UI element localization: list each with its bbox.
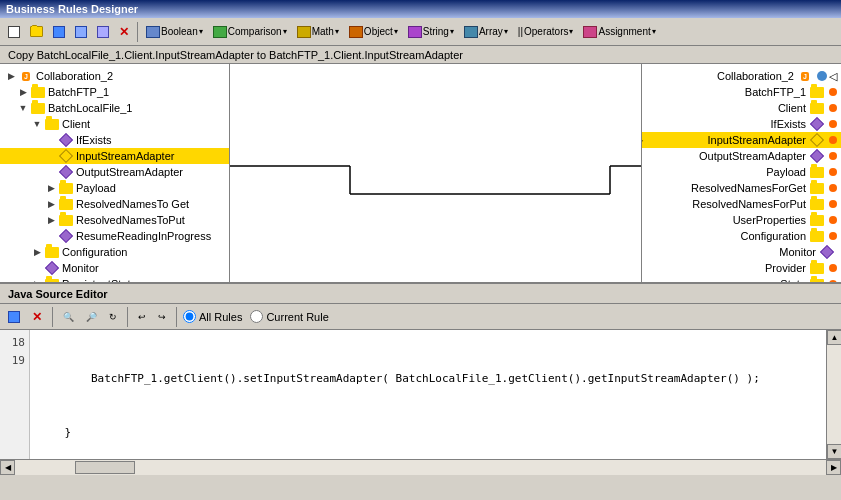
undo-icon: ↩ [138, 312, 146, 322]
r-tree-outputstream[interactable]: OutputStreamAdapter [642, 148, 841, 164]
radio-allrules-label[interactable]: All Rules [183, 310, 242, 323]
tree-item-config[interactable]: ▶ Configuration [0, 244, 229, 260]
expand-batchftp1[interactable]: ▶ [16, 87, 30, 97]
editor-undo-button[interactable]: ↩ [134, 306, 150, 328]
tree-item-monitor[interactable]: Monitor [0, 260, 229, 276]
tree-item-inputstream[interactable]: InputStreamAdapter [0, 148, 229, 164]
editor-save-button[interactable] [4, 306, 24, 328]
r-tree-resolvedget[interactable]: ResolvedNamesForGet [642, 180, 841, 196]
radio-currentrule-text: Current Rule [266, 311, 328, 323]
string-chevron-icon: ▾ [450, 27, 454, 36]
tree-item-payload[interactable]: ▶ Payload [0, 180, 229, 196]
hscroll-track[interactable] [15, 460, 826, 475]
code-editor[interactable]: BatchFTP_1.getClient().setInputStreamAda… [30, 330, 826, 459]
r-tree-payload[interactable]: Payload [642, 164, 841, 180]
scroll-track[interactable] [827, 345, 841, 444]
tree-item-persistentstate[interactable]: ▶ PersistentState [0, 276, 229, 282]
scroll-up-button[interactable]: ▲ [827, 330, 841, 345]
editor-close-button[interactable]: ✕ [28, 306, 46, 328]
scroll-left-button[interactable]: ◀ [0, 460, 15, 475]
save-button[interactable] [49, 21, 69, 43]
tree-item-client[interactable]: ▼ Client [0, 116, 229, 132]
redo-icon: ↪ [158, 312, 166, 322]
expand-resolvedput[interactable]: ▶ [44, 215, 58, 225]
folder-icon-batchlocal1 [30, 101, 46, 115]
horizontal-scrollbar[interactable]: ◀ ▶ [0, 459, 841, 474]
expand-payload[interactable]: ▶ [44, 183, 58, 193]
math-dropdown[interactable]: Math ▾ [293, 21, 343, 43]
new-button[interactable] [4, 21, 24, 43]
string-dropdown[interactable]: String ▾ [404, 21, 458, 43]
operators-label: Operators [524, 26, 568, 37]
r-tree-provider[interactable]: Provider [642, 260, 841, 276]
operators-dropdown[interactable]: || Operators ▾ [514, 21, 578, 43]
array-dropdown[interactable]: Array ▾ [460, 21, 512, 43]
r-java-icon-collab2: J [797, 69, 813, 83]
r-label-userprops: UserProperties [733, 214, 806, 226]
expand-resolvedget[interactable]: ▶ [44, 199, 58, 209]
radio-currentrule[interactable] [250, 310, 263, 323]
r-tree-monitor[interactable]: Monitor [642, 244, 841, 260]
array-chevron-icon: ▾ [504, 27, 508, 36]
assignment-dropdown[interactable]: Assignment ▾ [579, 21, 659, 43]
radio-allrules-text: All Rules [199, 311, 242, 323]
r-tree-resolvedput[interactable]: ResolvedNamesForPut [642, 196, 841, 212]
r-tree-client[interactable]: Client [642, 100, 841, 116]
diamond-icon-inputstream [58, 149, 74, 163]
r-tree-state[interactable]: State [642, 276, 841, 282]
editor-refresh-button[interactable]: ↻ [105, 306, 121, 328]
folder-icon-payload [58, 181, 74, 195]
boolean-chevron-icon: ▾ [199, 27, 203, 36]
tree-item-resolvedget[interactable]: ▶ ResolvedNamesTo Get [0, 196, 229, 212]
r-label-monitor: Monitor [779, 246, 816, 258]
scroll-right-button[interactable]: ▶ [826, 460, 841, 475]
radio-currentrule-label[interactable]: Current Rule [250, 310, 328, 323]
vertical-scrollbar[interactable]: ▲ ▼ [826, 330, 841, 459]
open-button[interactable] [26, 21, 47, 43]
expand-persistentstate[interactable]: ▶ [30, 279, 44, 282]
tree-item-resolvedput[interactable]: ▶ ResolvedNamesToPut [0, 212, 229, 228]
main-area: ▶ J Collaboration_2 ▶ BatchFTP_1 ▼ Batch… [0, 64, 841, 284]
copy-button[interactable] [93, 21, 113, 43]
r-folder-icon-resolvedget [809, 181, 825, 195]
refresh-icon: ↻ [109, 312, 117, 322]
r-tree-ifexists[interactable]: IfExists [642, 116, 841, 132]
hscroll-thumb[interactable] [75, 461, 135, 474]
expand-client[interactable]: ▼ [30, 119, 44, 129]
editor-search-button[interactable]: 🔍 [59, 306, 78, 328]
object-dropdown[interactable]: Object ▾ [345, 21, 402, 43]
boolean-dropdown[interactable]: Boolean ▾ [142, 21, 207, 43]
r-tree-inputstream[interactable]: ▶ InputStreamAdapter [642, 132, 841, 148]
expand-batchlocal1[interactable]: ▼ [16, 103, 30, 113]
r-label-batchftp1: BatchFTP_1 [745, 86, 806, 98]
tree-item-outputstream[interactable]: OutputStreamAdapter [0, 164, 229, 180]
expand-collab2[interactable]: ▶ [4, 71, 18, 81]
scroll-down-button[interactable]: ▼ [827, 444, 841, 459]
tree-item-collab2[interactable]: ▶ J Collaboration_2 [0, 68, 229, 84]
tree-item-batchlocal1[interactable]: ▼ BatchLocalFile_1 [0, 100, 229, 116]
label-outputstream: OutputStreamAdapter [76, 166, 183, 178]
r-label-resolvedget: ResolvedNamesForGet [691, 182, 806, 194]
separator-1 [137, 22, 138, 42]
editor-redo-button[interactable]: ↪ [154, 306, 170, 328]
label-client: Client [62, 118, 90, 130]
expand-config[interactable]: ▶ [30, 247, 44, 257]
object-chevron-icon: ▾ [394, 27, 398, 36]
editor-find-button[interactable]: 🔎 [82, 306, 101, 328]
status-text: Copy BatchLocalFile_1.Client.InputStream… [8, 49, 463, 61]
saveas-button[interactable] [71, 21, 91, 43]
r-tree-collab2[interactable]: Collaboration_2 J ◁ [642, 68, 841, 84]
r-tree-config[interactable]: Configuration [642, 228, 841, 244]
r-folder-icon-payload [809, 165, 825, 179]
tree-item-resume[interactable]: ResumeReadingInProgress [0, 228, 229, 244]
close-icon-button[interactable]: ✕ [115, 21, 133, 43]
r-diamond-icon-inputstream [809, 133, 825, 147]
r-tree-batchftp1[interactable]: BatchFTP_1 [642, 84, 841, 100]
comparison-dropdown[interactable]: Comparison ▾ [209, 21, 291, 43]
tree-item-batchftp1[interactable]: ▶ BatchFTP_1 [0, 84, 229, 100]
radio-allrules[interactable] [183, 310, 196, 323]
tree-item-ifexists[interactable]: IfExists [0, 132, 229, 148]
right-panel: Collaboration_2 J ◁ BatchFTP_1 Client If… [641, 64, 841, 282]
math-chevron-icon: ▾ [335, 27, 339, 36]
r-tree-userprops[interactable]: UserProperties [642, 212, 841, 228]
